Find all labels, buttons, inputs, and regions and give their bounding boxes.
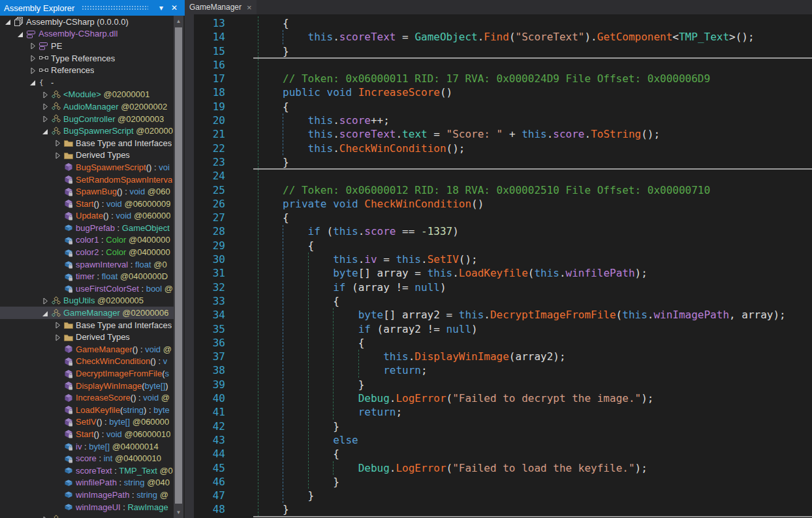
collapse-arrow-icon[interactable] (40, 127, 50, 136)
expand-arrow-icon[interactable] (40, 102, 50, 111)
line-number[interactable]: 16 (194, 58, 225, 72)
line-number[interactable]: 23 (194, 155, 225, 169)
code-line-35[interactable]: 35 if (array2 != null) (185, 322, 812, 336)
tree-item-score[interactable]: score : int @04000010 (0, 452, 174, 465)
line-number[interactable]: 36 (194, 336, 225, 350)
line-number[interactable]: 17 (194, 72, 225, 85)
tree-item-row[interactable]: { }- (0, 76, 174, 89)
tree-item-pe[interactable]: PE (0, 40, 174, 52)
code-line-37[interactable]: 37 this.DisplayWinImage(array2); (185, 350, 812, 363)
code-line-40[interactable]: 40 Debug.LogError("Failed to decrypt the… (185, 391, 812, 405)
code-line-45[interactable]: 45 Debug.LogError("Failed to load the ke… (185, 461, 812, 475)
code-line-16[interactable]: 16 (185, 58, 812, 72)
tab-close-icon[interactable]: × (247, 3, 252, 12)
line-number[interactable]: 26 (194, 197, 225, 211)
code-line-17[interactable]: 17 // Token: 0x06000011 RID: 17 RVA: 0x0… (185, 72, 812, 85)
tree-item-spawnbug[interactable]: SpawnBug() : void @060 (0, 185, 174, 198)
line-number[interactable]: 21 (194, 127, 225, 141)
code-line-25[interactable]: 25 // Token: 0x06000012 RID: 18 RVA: 0x0… (185, 183, 812, 197)
panel-menu-button[interactable]: ▾ (155, 0, 168, 16)
code-line-19[interactable]: 19 { (185, 100, 812, 114)
code-line-21[interactable]: 21 this.scoreText.text = "Score: " + thi… (185, 127, 812, 141)
code-line-28[interactable]: 28 if (this.score == -1337) (185, 224, 812, 238)
line-number[interactable]: 22 (194, 142, 225, 155)
tree-item-bugutils[interactable]: BugUtils @02000005 (0, 295, 174, 307)
line-number[interactable]: 18 (194, 85, 225, 99)
tree-item-start[interactable]: Start() : void @06000010 (0, 428, 174, 440)
line-number[interactable]: 40 (194, 391, 225, 405)
tree-item-setrandomspawninterva[interactable]: SetRandomSpawnInterva (0, 174, 174, 186)
tree-item-decryptimagefromfile[interactable]: DecryptImageFromFile(s (0, 367, 174, 380)
line-number[interactable]: 25 (194, 183, 225, 197)
code-line-32[interactable]: 32 if (array != null) (185, 281, 812, 294)
tree-item-bugspawnerscript[interactable]: BugSpawnerScript() : voi (0, 161, 174, 174)
expand-arrow-icon[interactable] (27, 41, 38, 50)
code-view[interactable]: 13 {14 this.scoreText = GameObject.Find(… (185, 14, 812, 518)
code-line-13[interactable]: 13 { (185, 16, 812, 30)
line-number[interactable]: 30 (194, 252, 225, 266)
tree-item-derived-types[interactable]: Derived Types (0, 331, 174, 343)
tree-item-color1[interactable]: color1 : Color @0400000 (0, 234, 174, 247)
line-number[interactable]: 20 (194, 114, 225, 127)
line-number[interactable]: 46 (194, 475, 225, 489)
line-number[interactable]: 34 (194, 308, 225, 322)
code-line-48[interactable]: 48 } (185, 502, 812, 516)
tree-item-start[interactable]: Start() : void @06000009 (0, 198, 174, 210)
code-line-44[interactable]: 44 { (185, 447, 812, 461)
line-number[interactable]: 43 (194, 433, 225, 447)
expand-arrow-icon[interactable] (52, 151, 63, 160)
tree-item-winfilepath[interactable]: winfilePath : string @040 (0, 477, 174, 489)
collapse-arrow-icon[interactable] (27, 78, 38, 87)
tree-item-setiv[interactable]: SetIV() : byte[] @060000 (0, 416, 174, 429)
expand-arrow-icon[interactable] (40, 90, 50, 99)
code-line-46[interactable]: 46 } (185, 475, 812, 489)
line-number[interactable]: 14 (194, 30, 225, 44)
line-number[interactable]: 33 (194, 294, 225, 308)
tree-item-scoretext[interactable]: scoreText : TMP_Text @0 (0, 465, 174, 477)
expand-arrow-icon[interactable] (27, 66, 38, 75)
expand-arrow-icon[interactable] (40, 515, 50, 518)
code-line-34[interactable]: 34 byte[] array2 = this.DecryptImageFrom… (185, 308, 812, 322)
line-number[interactable]: 44 (194, 447, 225, 461)
tree-item-gamemanager[interactable]: GameManager @02000006 (0, 307, 174, 319)
tree-item-displaywinimage[interactable]: DisplayWinImage(byte[]) (0, 380, 174, 392)
tree-item-bugcontroller[interactable]: BugController @02000003 (0, 113, 174, 125)
expand-arrow-icon[interactable] (40, 114, 50, 123)
line-number[interactable]: 42 (194, 419, 225, 433)
tree-item-update[interactable]: Update() : void @060000 (0, 210, 174, 222)
code-line-14[interactable]: 14 this.scoreText = GameObject.Find("Sco… (185, 30, 812, 44)
code-line-42[interactable]: 42 } (185, 419, 812, 433)
panel-close-button[interactable]: ✕ (168, 0, 181, 16)
tree-item-base-type-and-interfaces[interactable]: Base Type and Interfaces (0, 319, 174, 331)
code-line-22[interactable]: 22 this.CheckWinCondition(); (185, 142, 812, 155)
collapse-arrow-icon[interactable] (15, 29, 25, 38)
expand-arrow-icon[interactable] (52, 320, 63, 329)
tree-item-type-references[interactable]: Type References (0, 52, 174, 65)
line-number[interactable]: 31 (194, 266, 225, 280)
code-line-27[interactable]: 27 { (185, 211, 812, 224)
tree-item-assembly-csharp-0-0-0-0[interactable]: Assembly-CSharp (0.0.0.0) (0, 16, 174, 28)
tree-item-checkwincondition[interactable]: CheckWinCondition() : v (0, 356, 174, 368)
code-line-31[interactable]: 31 byte[] array = this.LoadKeyfile(this.… (185, 266, 812, 280)
line-number[interactable]: 19 (194, 100, 225, 114)
collapse-arrow-icon[interactable] (3, 17, 13, 26)
tree-item-module[interactable]: <Module> @02000001 (0, 89, 174, 101)
code-line-36[interactable]: 36 { (185, 336, 812, 350)
tree-item-base-type-and-interfaces[interactable]: Base Type and Interfaces (0, 137, 174, 149)
code-line-41[interactable]: 41 return; (185, 405, 812, 419)
code-line-26[interactable]: 26 private void CheckWinCondition() (185, 197, 812, 211)
tree-item-bugprefab[interactable]: bugPrefab : GameObject (0, 222, 174, 234)
scroll-down-icon[interactable]: ▼ (174, 508, 183, 517)
code-line-23[interactable]: 23 } (185, 155, 812, 169)
tree-item-usefirstcolorset[interactable]: useFirstColorSet : bool @ (0, 282, 174, 295)
line-number[interactable]: 27 (194, 211, 225, 224)
line-number[interactable]: 37 (194, 350, 225, 363)
code-line-43[interactable]: 43 else (185, 433, 812, 447)
tree-item-color2[interactable]: color2 : Color @0400000 (0, 246, 174, 258)
expand-arrow-icon[interactable] (52, 333, 63, 342)
tab-gamemanager[interactable]: GameManager × (185, 0, 257, 14)
line-number[interactable]: 35 (194, 322, 225, 336)
tree-item-bugspawnerscript[interactable]: BugSpawnerScript @020000 (0, 125, 174, 137)
tree-item-winimageui[interactable]: winImageUI : RawImage (0, 501, 174, 513)
tree-item-spawninterval[interactable]: spawnInterval : float @0 (0, 258, 174, 271)
